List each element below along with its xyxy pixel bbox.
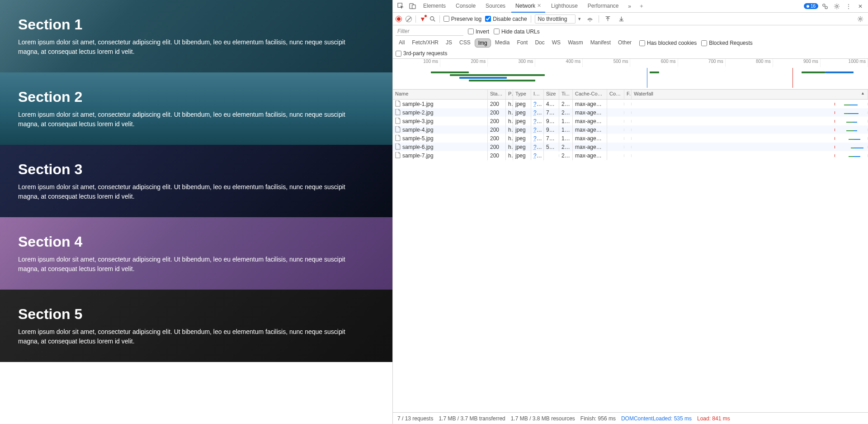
table-row[interactable]: sample-5.jpg200h..jpeg?l...76...19...max… — [393, 134, 868, 143]
tab-performance[interactable]: Performance — [584, 0, 623, 13]
table-row[interactable]: sample-6.jpg200h..jpeg?l...59...28...max… — [393, 143, 868, 151]
table-row[interactable]: sample-1.jpg200h..jpeg?l...40...24...max… — [393, 100, 868, 108]
network-timeline[interactable]: 100 ms200 ms300 ms400 ms500 ms600 ms700 … — [393, 59, 868, 90]
cell-initiator[interactable]: ?l... — [531, 134, 544, 143]
type-pill-css[interactable]: CSS — [456, 38, 474, 48]
cell-protocol: h.. — [506, 117, 513, 126]
hide-data-urls-checkbox[interactable]: Hide data URLs — [494, 29, 540, 35]
col-time[interactable]: Ti... — [559, 90, 573, 99]
cell-initiator[interactable]: ?l... — [531, 108, 544, 117]
tab-sources[interactable]: Sources — [481, 0, 509, 13]
cell-initiator[interactable]: ?l... — [531, 143, 544, 152]
col-type[interactable]: Type — [513, 90, 531, 99]
type-pill-media[interactable]: Media — [492, 38, 513, 48]
add-tab-icon[interactable]: ＋ — [637, 1, 646, 11]
col-status[interactable]: Status — [488, 90, 506, 99]
cell-protocol: h.. — [506, 134, 513, 143]
network-settings-icon[interactable] — [855, 14, 865, 24]
type-pill-manifest[interactable]: Manifest — [587, 38, 614, 48]
network-conditions-icon[interactable] — [585, 14, 595, 24]
kebab-menu-icon[interactable]: ⋮ — [844, 1, 854, 11]
tab-lighthouse[interactable]: Lighthouse — [547, 0, 582, 13]
disable-cache-checkbox[interactable]: Disable cache — [485, 16, 527, 22]
timeline-tick: 400 ms — [535, 59, 583, 67]
cell-name: sample-6.jpg — [393, 142, 488, 152]
cell-type: jpeg — [513, 151, 531, 160]
col-cache[interactable]: Cache-Control — [573, 90, 607, 99]
col-protocol[interactable]: P — [506, 90, 513, 99]
device-toolbar-icon[interactable] — [407, 1, 417, 11]
close-icon[interactable]: ✕ — [537, 3, 541, 9]
network-statusbar: 7 / 13 requests 1.7 MB / 3.7 MB transfer… — [393, 412, 868, 424]
cell-status: 200 — [488, 151, 506, 160]
more-tabs-icon[interactable]: » — [625, 1, 635, 11]
table-row[interactable]: sample-2.jpg200h..jpeg?l...78...24...max… — [393, 108, 868, 117]
close-devtools-icon[interactable]: ✕ — [855, 1, 865, 11]
svg-point-3 — [823, 4, 825, 6]
tab-elements[interactable]: Elements — [419, 0, 450, 13]
divider — [439, 15, 440, 23]
col-initiator[interactable]: Ini... — [531, 90, 544, 99]
tab-network[interactable]: Network ✕ — [511, 0, 545, 13]
record-button[interactable] — [396, 16, 402, 22]
table-row[interactable]: sample-7.jpg200h..jpeg?l...21...max-age=… — [393, 151, 868, 160]
cell-initiator[interactable]: ?l... — [531, 100, 544, 109]
cell-name: sample-1.jpg — [393, 99, 488, 109]
filter-input[interactable] — [396, 27, 463, 36]
search-icon[interactable] — [429, 16, 436, 22]
cell-type: jpeg — [513, 125, 531, 134]
network-table[interactable]: Name Status P Type Ini... Size Ti... Cac… — [393, 90, 868, 412]
cell-content — [607, 146, 624, 148]
table-row[interactable]: sample-4.jpg200h..jpeg?l...97...16...max… — [393, 125, 868, 134]
col-waterfall[interactable]: Waterfall▲ — [632, 90, 868, 99]
type-pill-doc[interactable]: Doc — [532, 38, 547, 48]
cell-content — [607, 154, 624, 157]
inspect-element-icon[interactable] — [396, 1, 406, 11]
timeline-tick: 300 ms — [488, 59, 535, 67]
type-pill-fetchxhr[interactable]: Fetch/XHR — [409, 38, 442, 48]
table-header: Name Status P Type Ini... Size Ti... Cac… — [393, 90, 868, 100]
settings-link-icon[interactable] — [820, 1, 830, 11]
timeline-tick: 800 ms — [726, 59, 773, 67]
type-pill-font[interactable]: Font — [514, 38, 531, 48]
clear-button[interactable] — [406, 16, 412, 22]
section-5: Section 5 Lorem ipsum dolor sit amet, co… — [0, 290, 392, 362]
cell-f — [624, 120, 632, 123]
col-name[interactable]: Name — [393, 90, 488, 99]
throttling-select[interactable]: No throttling — [535, 14, 576, 24]
svg-point-8 — [859, 18, 861, 19]
preserve-log-checkbox[interactable]: Preserve log — [443, 16, 481, 22]
section-3: Section 3 Lorem ipsum dolor sit amet, co… — [0, 145, 392, 217]
type-pill-ws[interactable]: WS — [549, 38, 564, 48]
col-f[interactable]: F. — [624, 90, 632, 99]
cell-initiator[interactable]: ?l... — [531, 117, 544, 126]
issues-badge[interactable]: 16 — [804, 3, 818, 9]
network-toolbar: ▼ Preserve log Disable cache No throttli… — [393, 13, 868, 25]
tab-console[interactable]: Console — [452, 0, 480, 13]
table-row[interactable]: sample-3.jpg200h..jpeg?l...90...16...max… — [393, 117, 868, 125]
invert-checkbox[interactable]: Invert — [468, 29, 489, 35]
cell-initiator[interactable]: ?l... — [531, 151, 544, 160]
cell-size: 40... — [544, 100, 559, 109]
type-pill-other[interactable]: Other — [615, 38, 635, 48]
timeline-tick: 1000 ms — [821, 59, 868, 67]
cell-time: 16... — [559, 125, 573, 134]
cell-initiator[interactable]: ?l... — [531, 125, 544, 134]
cell-cache: max-age=25... — [573, 125, 607, 134]
cell-type: jpeg — [513, 143, 531, 152]
col-size[interactable]: Size — [544, 90, 559, 99]
col-content[interactable]: Cont... — [607, 90, 624, 99]
type-pill-all[interactable]: All — [396, 38, 408, 48]
page-content[interactable]: Section 1 Lorem ipsum dolor sit amet, co… — [0, 0, 392, 424]
download-har-icon[interactable] — [616, 14, 626, 24]
third-party-checkbox[interactable]: 3rd-party requests — [396, 50, 447, 57]
gear-icon[interactable] — [832, 1, 842, 11]
filter-toggle-icon[interactable]: ▼ — [420, 15, 426, 23]
type-pill-img[interactable]: Img — [475, 38, 491, 48]
upload-har-icon[interactable] — [603, 14, 613, 24]
blocked-requests-checkbox[interactable]: Blocked Requests — [701, 40, 753, 46]
type-pill-js[interactable]: JS — [443, 38, 455, 48]
blocked-cookies-checkbox[interactable]: Has blocked cookies — [639, 40, 697, 46]
type-pill-wasm[interactable]: Wasm — [565, 38, 586, 48]
svg-point-4 — [825, 6, 827, 9]
